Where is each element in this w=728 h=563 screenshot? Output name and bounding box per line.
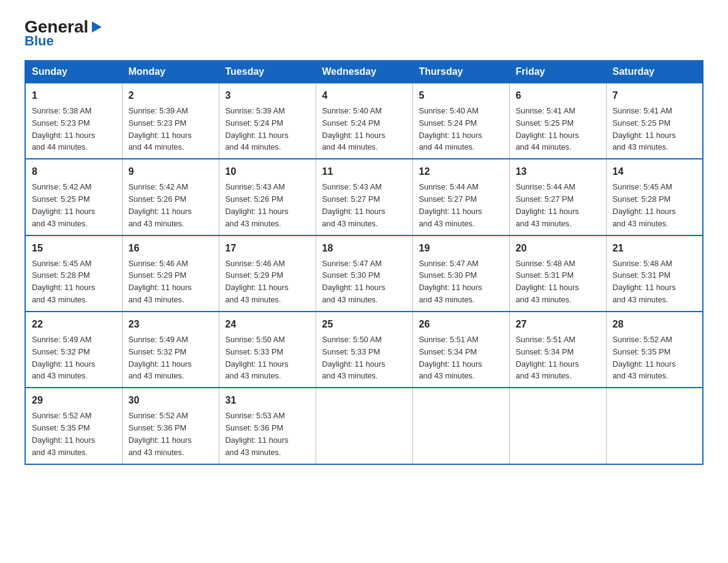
- daylight-text: and 44 minutes.: [32, 142, 88, 151]
- day-info: Sunrise: 5:43 AMSunset: 5:26 PMDaylight:…: [226, 181, 309, 229]
- calendar-cell: 4Sunrise: 5:40 AMSunset: 5:24 PMDaylight…: [316, 83, 412, 159]
- daylight-text: and 43 minutes.: [322, 219, 378, 228]
- sunrise-text: Sunrise: 5:40 AM: [322, 106, 382, 115]
- sunset-text: Sunset: 5:34 PM: [516, 347, 574, 356]
- day-number: 13: [516, 164, 600, 179]
- sunrise-text: Sunrise: 5:45 AM: [613, 182, 672, 191]
- header-wednesday: Wednesday: [316, 61, 412, 83]
- day-number: 12: [419, 164, 503, 179]
- day-info: Sunrise: 5:49 AMSunset: 5:32 PMDaylight:…: [32, 334, 116, 382]
- sunset-text: Sunset: 5:32 PM: [32, 347, 90, 356]
- sunset-text: Sunset: 5:25 PM: [613, 118, 671, 128]
- daylight-text: and 43 minutes.: [129, 448, 184, 457]
- daylight-text: Daylight: 11 hours: [129, 435, 192, 445]
- day-number: 8: [32, 164, 116, 179]
- day-number: 10: [226, 164, 309, 179]
- day-number: 7: [613, 88, 697, 103]
- daylight-text: Daylight: 11 hours: [226, 435, 289, 445]
- sunset-text: Sunset: 5:28 PM: [613, 194, 671, 204]
- daylight-text: and 43 minutes.: [516, 371, 572, 380]
- day-number: 6: [516, 88, 600, 103]
- daylight-text: and 43 minutes.: [32, 371, 88, 380]
- calendar-week-row: 8Sunrise: 5:42 AMSunset: 5:25 PMDaylight…: [25, 159, 703, 235]
- calendar-cell: 5Sunrise: 5:40 AMSunset: 5:24 PMDaylight…: [412, 83, 509, 159]
- day-number: 18: [322, 241, 406, 256]
- calendar-cell: 15Sunrise: 5:45 AMSunset: 5:28 PMDayligh…: [25, 236, 122, 312]
- day-number: 24: [226, 317, 309, 332]
- sunset-text: Sunset: 5:27 PM: [419, 194, 477, 204]
- sunset-text: Sunset: 5:30 PM: [419, 270, 477, 280]
- day-number: 11: [322, 164, 406, 179]
- header-saturday: Saturday: [606, 61, 703, 83]
- header-sunday: Sunday: [25, 61, 122, 83]
- daylight-text: Daylight: 11 hours: [613, 283, 676, 292]
- calendar-cell: 18Sunrise: 5:47 AMSunset: 5:30 PMDayligh…: [316, 236, 412, 312]
- daylight-text: and 43 minutes.: [32, 219, 88, 228]
- daylight-text: Daylight: 11 hours: [129, 207, 192, 216]
- daylight-text: and 43 minutes.: [516, 295, 572, 304]
- calendar-cell: 30Sunrise: 5:52 AMSunset: 5:36 PMDayligh…: [122, 388, 219, 464]
- day-info: Sunrise: 5:50 AMSunset: 5:33 PMDaylight:…: [226, 334, 309, 382]
- sunset-text: Sunset: 5:36 PM: [226, 423, 284, 432]
- logo-arrow-icon: [89, 20, 103, 34]
- daylight-text: and 43 minutes.: [419, 219, 475, 228]
- sunrise-text: Sunrise: 5:47 AM: [322, 259, 382, 268]
- sunset-text: Sunset: 5:29 PM: [129, 270, 187, 280]
- calendar-cell: 26Sunrise: 5:51 AMSunset: 5:34 PMDayligh…: [412, 312, 509, 388]
- daylight-text: Daylight: 11 hours: [516, 283, 579, 292]
- daylight-text: and 44 minutes.: [226, 142, 281, 151]
- sunset-text: Sunset: 5:26 PM: [129, 194, 187, 204]
- header-monday: Monday: [122, 61, 219, 83]
- daylight-text: and 43 minutes.: [226, 371, 281, 380]
- day-info: Sunrise: 5:43 AMSunset: 5:27 PMDaylight:…: [322, 181, 406, 229]
- day-number: 19: [419, 241, 503, 256]
- sunrise-text: Sunrise: 5:41 AM: [516, 106, 575, 115]
- day-number: 30: [129, 393, 213, 408]
- sunset-text: Sunset: 5:30 PM: [322, 270, 381, 280]
- sunset-text: Sunset: 5:31 PM: [613, 270, 671, 280]
- day-info: Sunrise: 5:49 AMSunset: 5:32 PMDaylight:…: [129, 334, 213, 382]
- day-number: 23: [129, 317, 213, 332]
- daylight-text: and 43 minutes.: [226, 219, 281, 228]
- sunrise-text: Sunrise: 5:46 AM: [226, 259, 285, 268]
- calendar-cell: 2Sunrise: 5:39 AMSunset: 5:23 PMDaylight…: [122, 83, 219, 159]
- sunrise-text: Sunrise: 5:50 AM: [226, 335, 285, 344]
- calendar-header-row: SundayMondayTuesdayWednesdayThursdayFrid…: [25, 61, 703, 83]
- daylight-text: and 43 minutes.: [613, 371, 669, 380]
- daylight-text: Daylight: 11 hours: [226, 283, 289, 292]
- calendar-cell: 21Sunrise: 5:48 AMSunset: 5:31 PMDayligh…: [606, 236, 703, 312]
- day-number: 31: [226, 393, 309, 408]
- sunrise-text: Sunrise: 5:47 AM: [419, 259, 479, 268]
- sunrise-text: Sunrise: 5:49 AM: [129, 335, 188, 344]
- daylight-text: and 43 minutes.: [419, 371, 475, 380]
- sunset-text: Sunset: 5:32 PM: [129, 347, 187, 356]
- sunset-text: Sunset: 5:23 PM: [129, 118, 187, 128]
- daylight-text: Daylight: 11 hours: [32, 283, 95, 292]
- daylight-text: Daylight: 11 hours: [613, 359, 676, 369]
- calendar-week-row: 15Sunrise: 5:45 AMSunset: 5:28 PMDayligh…: [25, 236, 703, 312]
- sunset-text: Sunset: 5:28 PM: [32, 270, 90, 280]
- day-info: Sunrise: 5:44 AMSunset: 5:27 PMDaylight:…: [516, 181, 600, 229]
- sunrise-text: Sunrise: 5:39 AM: [226, 106, 285, 115]
- sunrise-text: Sunrise: 5:44 AM: [419, 182, 479, 191]
- daylight-text: and 43 minutes.: [129, 295, 184, 304]
- daylight-text: and 43 minutes.: [226, 295, 281, 304]
- calendar-cell: [509, 388, 606, 464]
- day-number: 27: [516, 317, 600, 332]
- sunset-text: Sunset: 5:25 PM: [516, 118, 574, 128]
- daylight-text: Daylight: 11 hours: [322, 359, 385, 369]
- daylight-text: and 43 minutes.: [322, 295, 378, 304]
- day-info: Sunrise: 5:42 AMSunset: 5:25 PMDaylight:…: [32, 181, 116, 229]
- calendar-cell: 20Sunrise: 5:48 AMSunset: 5:31 PMDayligh…: [509, 236, 606, 312]
- daylight-text: Daylight: 11 hours: [129, 131, 192, 140]
- calendar-cell: 10Sunrise: 5:43 AMSunset: 5:26 PMDayligh…: [219, 159, 316, 235]
- calendar-table: SundayMondayTuesdayWednesdayThursdayFrid…: [25, 60, 703, 465]
- sunrise-text: Sunrise: 5:42 AM: [32, 182, 91, 191]
- sunset-text: Sunset: 5:29 PM: [226, 270, 284, 280]
- calendar-cell: 11Sunrise: 5:43 AMSunset: 5:27 PMDayligh…: [316, 159, 412, 235]
- day-number: 17: [226, 241, 309, 256]
- daylight-text: Daylight: 11 hours: [613, 207, 676, 216]
- sunset-text: Sunset: 5:27 PM: [322, 194, 381, 204]
- calendar-cell: 13Sunrise: 5:44 AMSunset: 5:27 PMDayligh…: [509, 159, 606, 235]
- daylight-text: and 43 minutes.: [613, 219, 669, 228]
